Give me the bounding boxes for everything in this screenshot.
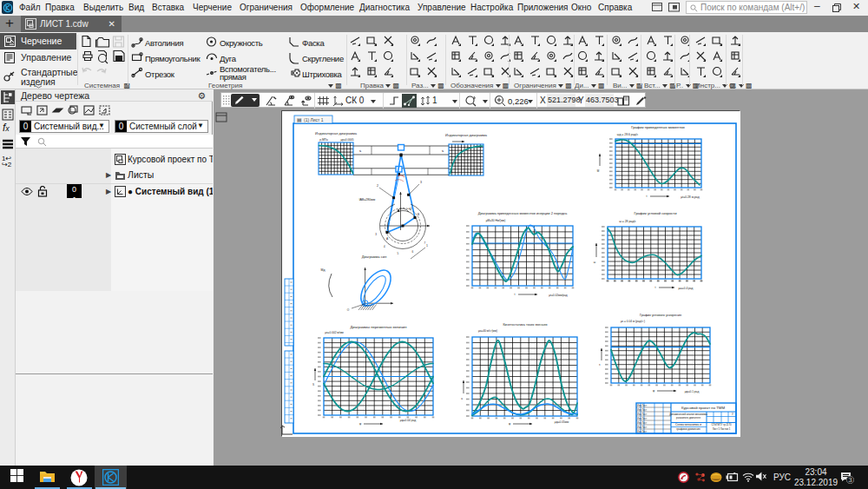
svg-text:СПбГМТУ гр.1170: СПбГМТУ гр.1170 <box>711 423 731 426</box>
svg-text:μω=0.4 рад: μω=0.4 рад <box>679 287 694 290</box>
svg-text:lАВ=280мм: lАВ=280мм <box>359 198 376 202</box>
svg-text:График углового ускорения: График углового ускорения <box>640 314 681 317</box>
svg-text:3: 3 <box>848 476 852 484</box>
svg-text:t: t <box>655 286 656 289</box>
svg-text:Индикаторная диаграмма: Индикаторная диаграмма <box>445 133 488 137</box>
svg-text:B: B <box>418 213 419 216</box>
svg-text:Изм Лист: Изм Лист <box>637 417 648 420</box>
svg-text:μt=0.28 м,рад: μt=0.28 м,рад <box>681 195 699 199</box>
svg-text:Изм Лист: Изм Лист <box>637 404 648 407</box>
svg-text:▤: ▤ <box>297 117 302 122</box>
svg-text:Индикаторная диаграмма: Индикаторная диаграмма <box>315 131 358 135</box>
svg-text:График угловой скорости: График угловой скорости <box>634 211 677 215</box>
svg-text:2: 2 <box>377 184 378 188</box>
svg-text:Кинетостатика точек звеньев: Кинетостатика точек звеньев <box>503 323 547 327</box>
svg-text:p,МПа: p,МПа <box>319 138 328 142</box>
svg-text:μa=40 м/с²(мм): μa=40 м/с²(мм) <box>478 329 497 333</box>
svg-text:Диаграмма приведенных моментов: Диаграмма приведенных моментов инерции 2… <box>478 211 568 215</box>
svg-text:рычажного двигателя: рычажного двигателя <box>676 416 700 420</box>
svg-text:1: 1 <box>426 244 428 248</box>
svg-text:У: У <box>732 413 733 416</box>
svg-text:με = 0.04 м (рад/с²): με = 0.04 м (рад/с²) <box>621 320 645 323</box>
svg-text:Изм Лист: Изм Лист <box>637 421 648 425</box>
svg-text:Курсовой проект по ТММ: Курсовой проект по ТММ <box>681 406 725 410</box>
svg-text:μφ=0.04 рад: μφ=0.04 рад <box>400 419 416 422</box>
svg-text:Диаграмма сил: Диаграмма сил <box>362 254 387 259</box>
svg-text:t: t <box>515 293 516 296</box>
svg-text:3: 3 <box>420 181 422 184</box>
svg-text:Изм Лист: Изм Лист <box>637 413 648 416</box>
svg-text:Лист 1 Листов 1: Лист 1 Листов 1 <box>713 427 731 431</box>
svg-text:Изм Лист: Изм Лист <box>637 430 648 433</box>
svg-text:μs=0.002 м/мм: μs=0.002 м/мм <box>325 331 344 334</box>
svg-text:графики движения: графики движения <box>676 427 700 431</box>
svg-text:ω1: ω1 <box>409 207 412 210</box>
svg-text:ω = 28 рад/с: ω = 28 рад/с <box>619 220 636 223</box>
svg-text:t: t <box>647 195 648 198</box>
svg-text:Mд: Mд <box>321 268 326 272</box>
svg-text:μp=0.0005: μp=0.0005 <box>340 138 353 142</box>
svg-text:Диаграммы переменных величин: Диаграммы переменных величин <box>351 325 408 329</box>
svg-text:(1) Лист 1: (1) Лист 1 <box>304 117 324 122</box>
svg-text:μt=0.02мм/рад: μt=0.02мм/рад <box>549 294 568 297</box>
svg-text:График приведенных моментов: График приведенных моментов <box>631 125 685 129</box>
svg-text:μφ=0.1 рад: μφ=0.1 рад <box>685 390 700 393</box>
svg-text:Изм Лист: Изм Лист <box>637 426 648 429</box>
svg-text:Схемы механизма и: Схемы механизма и <box>675 423 701 426</box>
svg-text:ωд = 28.6 рад/с: ωд = 28.6 рад/с <box>617 133 639 136</box>
svg-text:Изм Лист: Изм Лист <box>637 408 648 412</box>
svg-text:μM=30 Нм/(мм): μM=30 Нм/(мм) <box>486 219 506 222</box>
svg-text:μφ=0.05мм: μφ=0.05мм <box>555 420 569 424</box>
svg-text:S: S <box>312 383 314 387</box>
